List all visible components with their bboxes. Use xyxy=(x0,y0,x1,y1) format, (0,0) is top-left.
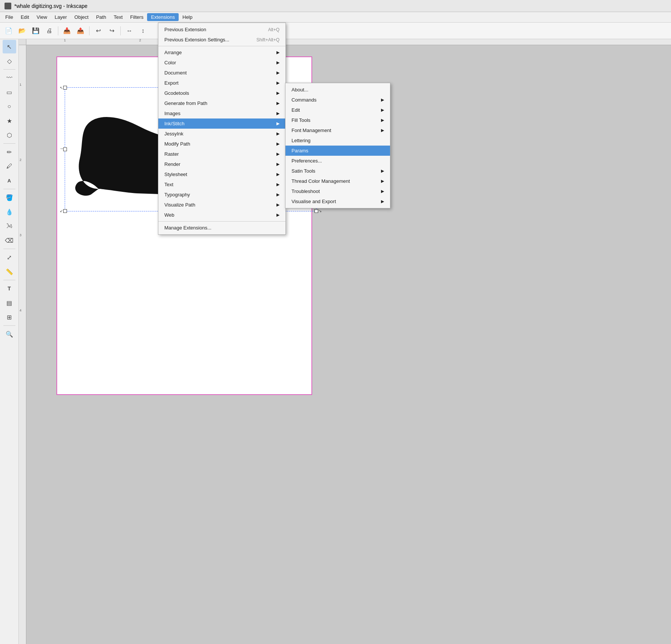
toolbar-export[interactable]: 📤 xyxy=(74,25,87,37)
resize-arrow-lm: ↔ xyxy=(60,146,64,150)
sub-fill-tools[interactable]: Fill Tools ▶ xyxy=(285,115,390,125)
menu-extensions[interactable]: Extensions xyxy=(147,13,179,21)
toolbar-redo[interactable]: ↪ xyxy=(105,25,118,37)
menu-layer[interactable]: Layer xyxy=(51,13,71,21)
ext-visualize-path[interactable]: Visualize Path ▶ xyxy=(158,200,285,210)
tool-rect[interactable]: ▭ xyxy=(3,85,16,99)
tool-pencil[interactable]: ✏ xyxy=(3,145,16,159)
ext-render[interactable]: Render ▶ xyxy=(158,159,285,169)
main-toolbar: 📄 📂 💾 🖨 📥 📤 ↩ ↪ ↔ ↕ xyxy=(0,23,671,39)
tool-select[interactable]: ↖ xyxy=(3,40,16,53)
tool-gradient[interactable]: ▤ xyxy=(3,296,16,310)
ext-export[interactable]: Export ▶ xyxy=(158,78,285,88)
menu-object[interactable]: Object xyxy=(71,13,93,21)
tool-callig[interactable]: A xyxy=(3,174,16,187)
toolbar-flip-h[interactable]: ↔ xyxy=(123,25,136,37)
tool-sep2 xyxy=(3,143,15,144)
extensions-menu: Previous Extension Alt+Q Previous Extens… xyxy=(158,23,286,235)
tool-mesh[interactable]: ⊞ xyxy=(3,310,16,324)
tool-sep1 xyxy=(3,69,15,70)
inkstitch-submenu: About... Commands ▶ Edit ▶ Fill Tools ▶ … xyxy=(285,83,390,208)
toolbar-save[interactable]: 💾 xyxy=(29,25,42,37)
toolbar-new[interactable]: 📄 xyxy=(2,25,15,37)
menu-file[interactable]: File xyxy=(2,13,17,21)
menu-view[interactable]: View xyxy=(33,13,51,21)
title-bar: *whale digitizing.svg - Inkscape xyxy=(0,0,671,12)
tool-circle[interactable]: ○ xyxy=(3,100,16,113)
sel-handle-bl[interactable] xyxy=(63,209,67,213)
tool-node[interactable]: ◇ xyxy=(3,54,16,68)
sel-handle-br[interactable] xyxy=(314,209,318,213)
resize-arrow-br: ↘ xyxy=(319,209,322,213)
ext-jessyink[interactable]: JessyInk ▶ xyxy=(158,129,285,139)
sub-commands[interactable]: Commands ▶ xyxy=(285,95,390,105)
sel-handle-ml[interactable] xyxy=(63,147,67,151)
app-icon xyxy=(5,3,11,9)
sub-thread-color[interactable]: Thread Color Management ▶ xyxy=(285,176,390,186)
tool-star[interactable]: ★ xyxy=(3,114,16,128)
sep1 xyxy=(58,26,58,35)
ext-previous[interactable]: Previous Extension Alt+Q xyxy=(158,24,285,35)
tool-3dbox[interactable]: ⬡ xyxy=(3,128,16,142)
vertical-ruler: 1 2 3 4 xyxy=(19,45,26,644)
tool-eraser[interactable]: ⌫ xyxy=(3,234,16,247)
resize-arrow-bl: ↙ xyxy=(60,209,63,213)
tool-zoom[interactable]: 🔍 xyxy=(3,327,16,341)
menu-text[interactable]: Text xyxy=(110,13,126,21)
ext-raster[interactable]: Raster ▶ xyxy=(158,149,285,159)
ext-typography[interactable]: Typography ▶ xyxy=(158,190,285,200)
tool-bucket[interactable]: 🪣 xyxy=(3,191,16,204)
menu-filters[interactable]: Filters xyxy=(126,13,147,21)
tool-dropper[interactable]: 💧 xyxy=(3,205,16,219)
ext-inkstitch[interactable]: Ink/Stitch ▶ xyxy=(158,118,285,129)
tool-measure[interactable]: 📏 xyxy=(3,265,16,278)
ext-document[interactable]: Document ▶ xyxy=(158,68,285,78)
menu-bar: File Edit View Layer Object Path Text Fi… xyxy=(0,12,671,23)
toolbar-flip-v[interactable]: ↕ xyxy=(137,25,149,37)
sub-about[interactable]: About... xyxy=(285,85,390,95)
window-title: *whale digitizing.svg - Inkscape xyxy=(14,3,88,9)
ext-color[interactable]: Color ▶ xyxy=(158,58,285,68)
tool-tweak[interactable]: 〰 xyxy=(3,71,16,85)
ext-sep2 xyxy=(158,221,285,222)
tool-sep6 xyxy=(3,325,15,326)
ext-images[interactable]: Images ▶ xyxy=(158,108,285,118)
tool-sep3 xyxy=(3,189,15,189)
sub-preferences[interactable]: Preferences... xyxy=(285,156,390,166)
left-tool-panel: ↖ ◇ 〰 ▭ ○ ★ ⬡ ✏ 🖊 A 🪣 💧 🌬 ⌫ ⤢ 📏 T ▤ ⊞ 🔍 xyxy=(0,38,19,644)
ext-arrange[interactable]: Arrange ▶ xyxy=(158,47,285,58)
sub-satin-tools[interactable]: Satin Tools ▶ xyxy=(285,166,390,176)
toolbar-print[interactable]: 🖨 xyxy=(43,25,56,37)
sub-edit[interactable]: Edit ▶ xyxy=(285,105,390,115)
sub-params[interactable]: Params xyxy=(285,146,390,156)
tool-text[interactable]: T xyxy=(3,282,16,295)
menu-help[interactable]: Help xyxy=(179,13,196,21)
ext-web[interactable]: Web ▶ xyxy=(158,210,285,220)
ext-previous-settings[interactable]: Previous Extension Settings... Shift+Alt… xyxy=(158,35,285,45)
ext-manage-extensions[interactable]: Manage Extensions... xyxy=(158,223,285,233)
sep3 xyxy=(120,26,121,35)
sub-font-management[interactable]: Font Management ▶ xyxy=(285,125,390,135)
sel-handle-tl[interactable] xyxy=(63,86,67,90)
sub-lettering[interactable]: Lettering xyxy=(285,135,390,146)
ext-generate-from-path[interactable]: Generate from Path ▶ xyxy=(158,98,285,108)
tool-sep5 xyxy=(3,280,15,280)
ext-modify-path[interactable]: Modify Path ▶ xyxy=(158,139,285,149)
ext-gcodetools[interactable]: Gcodetools ▶ xyxy=(158,88,285,98)
tool-pen[interactable]: 🖊 xyxy=(3,159,16,173)
tool-spray[interactable]: 🌬 xyxy=(3,219,16,233)
sub-visualise-export[interactable]: Visualise and Export ▶ xyxy=(285,196,390,207)
tool-connector[interactable]: ⤢ xyxy=(3,251,16,264)
menu-edit[interactable]: Edit xyxy=(17,13,33,21)
toolbar-open[interactable]: 📂 xyxy=(16,25,29,37)
toolbar-import[interactable]: 📥 xyxy=(61,25,73,37)
ext-sep1 xyxy=(158,46,285,46)
menu-path[interactable]: Path xyxy=(92,13,110,21)
tool-sep4 xyxy=(3,249,15,249)
sep2 xyxy=(89,26,90,35)
sub-troubleshoot[interactable]: Troubleshoot ▶ xyxy=(285,186,390,196)
toolbar-undo[interactable]: ↩ xyxy=(92,25,105,37)
ext-stylesheet[interactable]: Stylesheet ▶ xyxy=(158,169,285,179)
ext-text[interactable]: Text ▶ xyxy=(158,179,285,190)
resize-arrow-tl: ↖ xyxy=(60,86,63,90)
